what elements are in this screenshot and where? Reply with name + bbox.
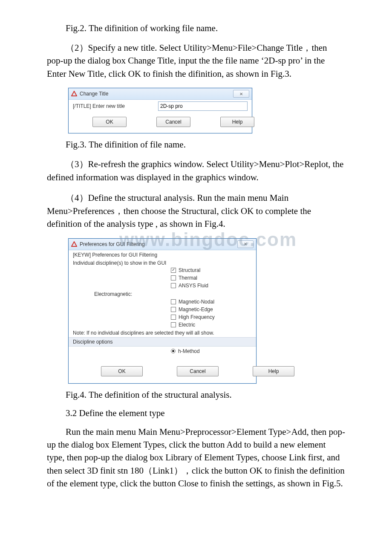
h-method-label: h-Method — [178, 348, 200, 354]
ansys-logo-icon — [71, 241, 77, 247]
checkbox-icon[interactable] — [171, 299, 176, 304]
close-button[interactable]: ✕ — [233, 90, 249, 98]
new-title-input[interactable] — [158, 101, 248, 111]
thermal-label: Thermal — [179, 275, 197, 281]
discipline-options-label: Discipline options — [69, 338, 256, 347]
ansys-fluid-label: ANSYS Fluid — [179, 283, 208, 289]
mag-edge-row[interactable]: Magnetic-Edge — [69, 306, 256, 313]
paragraph-3: （3）Re-refresh the graphics window. Selec… — [47, 158, 345, 184]
help-button[interactable]: Help — [253, 366, 294, 376]
mag-nodal-row[interactable]: Magnetic-Nodal — [69, 298, 256, 306]
mag-nodal-label: Magnetic-Nodal — [179, 299, 214, 305]
titlebar: Change Title ✕ — [69, 88, 252, 100]
svg-marker-0 — [72, 91, 77, 96]
dialog-title: Preferences for GUI Filtering — [80, 241, 237, 247]
fig3-caption: Fig.3. The difinition of file name. — [47, 139, 345, 150]
electric-row[interactable]: Electric — [69, 321, 256, 329]
individual-disc-line: Individual discipline(s) to show in the … — [69, 258, 256, 266]
help-button[interactable]: Help — [220, 117, 254, 127]
paragraph-4: （4）Define the structural analysis. Run t… — [47, 191, 345, 230]
high-freq-row[interactable]: High Frequency — [69, 313, 256, 321]
cancel-button[interactable]: Cancel — [177, 366, 219, 376]
change-title-dialog: Change Title ✕ [/TITLE] Enter new title … — [68, 88, 252, 133]
h-method-row[interactable]: h-Method — [69, 347, 256, 356]
preferences-dialog: Preferences for GUI Filtering ✕ [KEYW] P… — [68, 238, 257, 384]
ansys-fluid-row[interactable]: ANSYS Fluid — [69, 282, 256, 289]
checkbox-icon[interactable] — [171, 322, 176, 327]
electric-label: Electric — [179, 322, 195, 328]
ok-button[interactable]: OK — [92, 117, 127, 127]
note-line: Note: If no individual disciplines are s… — [69, 329, 256, 338]
cancel-button[interactable]: Cancel — [156, 117, 190, 127]
structural-label: Structural — [179, 267, 200, 273]
structural-row[interactable]: Structural — [69, 266, 256, 274]
high-freq-label: High Frequency — [179, 314, 215, 320]
close-button[interactable]: ✕ — [237, 240, 254, 248]
checkbox-icon[interactable] — [171, 315, 176, 320]
titlebar: Preferences for GUI Filtering ✕ — [69, 239, 256, 250]
mag-edge-label: Magnetic-Edge — [179, 306, 213, 312]
paragraph-2: （2）Specify a new title. Select Utility>M… — [47, 41, 345, 80]
thermal-row[interactable]: Thermal — [69, 274, 256, 282]
checkbox-icon[interactable] — [171, 307, 176, 312]
svg-marker-1 — [72, 242, 77, 246]
dialog-title: Change Title — [80, 91, 233, 97]
checkbox-icon[interactable] — [171, 275, 176, 280]
checkbox-icon[interactable] — [171, 268, 176, 273]
keyw-line: [KEYW] Preferences for GUI Filtering — [69, 250, 256, 258]
section-3-2-heading: 3.2 Define the element type — [47, 408, 345, 419]
ansys-logo-icon — [71, 91, 77, 97]
electromagnetic-label: Electromagnetic: — [69, 289, 256, 298]
new-title-label: [/TITLE] Enter new title — [73, 103, 158, 109]
fig2-caption: Fig.2. The difinition of working file na… — [47, 23, 345, 34]
checkbox-icon[interactable] — [171, 283, 176, 288]
ok-button[interactable]: OK — [101, 366, 143, 376]
fig4-caption: Fig.4. The definition of the structural … — [47, 390, 345, 400]
radio-icon[interactable] — [171, 349, 176, 353]
paragraph-5: Run the main menu Main Menu>Preprocessor… — [47, 425, 345, 490]
